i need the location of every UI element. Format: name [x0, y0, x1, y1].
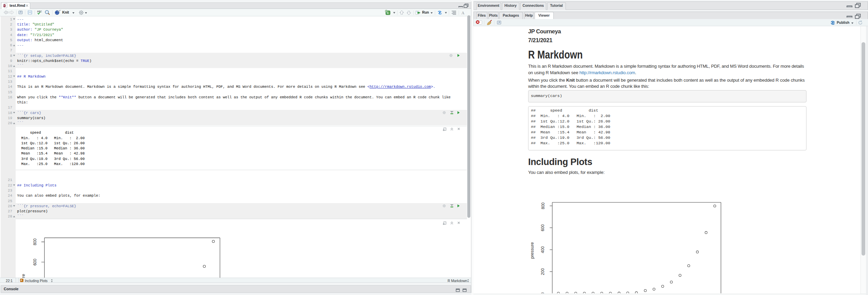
svg-text:pressure: pressure	[21, 274, 26, 278]
svg-text:400: 400	[541, 246, 545, 253]
svg-text:A: A	[462, 11, 465, 15]
svg-text:Rmd: Rmd	[3, 5, 6, 6]
svg-text:600: 600	[541, 224, 545, 231]
svg-text:200: 200	[541, 268, 545, 275]
svg-text:600: 600	[33, 259, 37, 265]
svg-text:pressure: pressure	[530, 242, 535, 259]
svg-text:800: 800	[541, 202, 545, 209]
svg-text:ABC: ABC	[37, 10, 42, 13]
svg-text:800: 800	[33, 238, 37, 245]
